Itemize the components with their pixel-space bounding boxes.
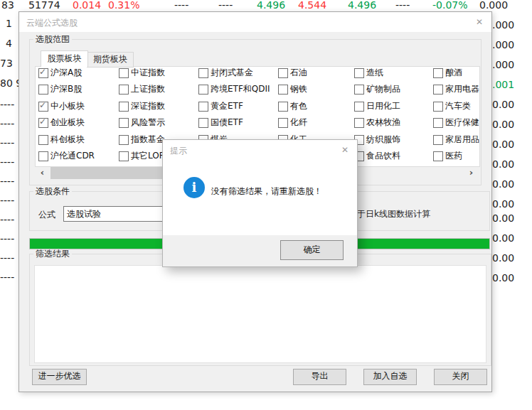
sector-checkbox[interactable]: 中小板块 (38, 101, 85, 112)
tab-futures-sectors[interactable]: 期货板块 (87, 52, 134, 68)
scroll-left-icon[interactable]: ‹ (36, 167, 48, 179)
sector-checkbox[interactable]: 汽车类 (433, 101, 471, 112)
screen: 83517740.0140.31%--------4.4964.5444.496… (0, 0, 532, 410)
sector-checkbox[interactable]: 家用电器 (433, 84, 479, 95)
checkbox-icon[interactable] (119, 68, 129, 78)
sector-checkbox-label: 纺织服饰 (366, 134, 400, 146)
sector-checkbox[interactable]: 沪深B股 (38, 84, 82, 95)
checkbox-icon[interactable] (198, 68, 208, 78)
checkbox-icon[interactable] (354, 118, 364, 128)
sector-checkbox[interactable]: 上证指数 (119, 84, 165, 95)
sector-checkbox[interactable]: 科创板块 (38, 134, 85, 145)
scroll-right-icon[interactable]: › (465, 167, 477, 179)
scope-group-label: 选股范围 (33, 35, 72, 44)
sector-checkbox-label: 中证指数 (131, 67, 165, 79)
modal-close-icon[interactable]: ✕ (339, 144, 351, 156)
sector-checkbox[interactable]: 医疗保健 (433, 117, 479, 128)
sector-checkbox[interactable]: 指数基金 (119, 134, 165, 145)
sector-checkbox[interactable]: 石油 (278, 68, 307, 78)
sector-checkbox[interactable]: 钢铁 (278, 84, 307, 95)
sector-checkbox[interactable]: 化纤 (278, 117, 307, 128)
sector-checkbox[interactable]: 酿酒 (433, 68, 462, 78)
sector-checkbox[interactable]: 沪深A股 (38, 68, 82, 78)
result-list[interactable] (34, 265, 486, 363)
checkbox-icon[interactable] (38, 151, 48, 161)
checkbox-icon[interactable] (119, 118, 129, 128)
checkbox-icon[interactable] (278, 85, 288, 95)
checkbox-icon[interactable] (354, 102, 364, 112)
sector-checkbox[interactable]: 创业板块 (38, 117, 85, 128)
modal-titlebar: 提示 ✕ (163, 140, 357, 160)
sector-checkbox[interactable]: 纺织服饰 (354, 134, 400, 145)
checkbox-icon[interactable] (198, 118, 208, 128)
checkbox-icon[interactable] (38, 85, 48, 95)
checkbox-icon[interactable] (198, 85, 208, 95)
checkbox-icon[interactable] (433, 68, 443, 78)
bg-table-cell: ---- (0, 195, 14, 205)
sector-checkbox[interactable]: 矿物制品 (354, 84, 400, 95)
sector-checkbox[interactable]: 中证指数 (119, 68, 165, 78)
sector-checkbox[interactable]: 跨境ETF和QDII (198, 84, 270, 95)
formula-label: 公式 (38, 209, 55, 221)
refine-button[interactable]: 进一步优选 (32, 369, 87, 385)
bg-table-cell: 0.00 (492, 233, 514, 243)
checkbox-icon[interactable] (354, 85, 364, 95)
sector-checkbox[interactable]: 食品饮料 (354, 151, 400, 161)
sector-checkbox[interactable]: 日用化工 (354, 101, 400, 112)
info-icon: i (183, 177, 205, 198)
export-button[interactable]: 导出 (293, 369, 346, 385)
checkbox-icon[interactable] (38, 135, 48, 145)
checkbox-icon[interactable] (433, 118, 443, 128)
checkbox-icon[interactable] (119, 135, 129, 145)
checkbox-icon[interactable] (433, 151, 443, 161)
checkbox-icon[interactable] (433, 135, 443, 145)
bg-table-cell: 1 (6, 18, 12, 28)
sector-checkbox[interactable]: 封闭式基金 (198, 68, 253, 78)
close-icon[interactable]: ✕ (473, 16, 486, 28)
sector-checkbox-label: 酿酒 (445, 67, 462, 79)
sector-checkbox-label: 家用电器 (445, 83, 479, 95)
bg-table-cell: 0.00 (492, 179, 514, 189)
sector-checkbox[interactable]: 造纸 (354, 68, 383, 78)
checkbox-icon[interactable] (119, 102, 129, 112)
checkbox-checked-icon[interactable] (38, 118, 48, 128)
close-button[interactable]: 关闭 (434, 369, 487, 385)
modal-message: 没有筛选结果，请重新选股！ (211, 185, 322, 198)
ok-button[interactable]: 确定 (280, 240, 344, 260)
sector-checkbox-label: 造纸 (366, 67, 383, 79)
checkbox-checked-icon[interactable] (38, 102, 48, 112)
checkbox-icon[interactable] (278, 118, 288, 128)
sector-checkbox-label: 医药 (445, 150, 462, 162)
add-watchlist-button[interactable]: 加入自选 (363, 369, 417, 385)
bg-table-cell: ---- (0, 234, 14, 244)
sector-checkbox[interactable]: 农林牧渔 (354, 117, 400, 128)
bg-table-cell: 73 (0, 58, 13, 68)
checkbox-icon[interactable] (354, 68, 364, 78)
sector-checkbox-label: 创业板块 (50, 117, 85, 129)
sector-checkbox[interactable]: 家居用品 (433, 134, 479, 145)
checkbox-icon[interactable] (278, 102, 288, 112)
tab-stock-sectors[interactable]: 股票板块 (41, 50, 88, 67)
checkbox-icon[interactable] (433, 102, 443, 112)
bg-table-cell: ---- (0, 176, 14, 186)
sector-checkbox[interactable]: 黄金ETF (198, 101, 243, 112)
sector-checkbox[interactable]: 医药 (433, 151, 462, 161)
sector-checkbox-label: 医疗保健 (445, 117, 479, 129)
sector-checkbox[interactable]: 沪伦通CDR (38, 151, 95, 161)
sector-checkbox[interactable]: 国债ETF (198, 117, 243, 128)
sector-checkbox-label: 上证指数 (131, 83, 165, 95)
checkbox-icon[interactable] (278, 68, 288, 78)
sector-checkbox[interactable]: 有色 (278, 101, 307, 112)
bg-table-cell: .000 (492, 20, 514, 30)
sector-checkbox[interactable]: 深证指数 (119, 101, 165, 112)
checkbox-icon[interactable] (433, 85, 443, 95)
checkbox-icon[interactable] (198, 102, 208, 112)
checkbox-checked-icon[interactable] (38, 68, 48, 78)
sector-checkbox-label: 跨境ETF和QDII (211, 83, 270, 95)
sector-checkbox[interactable]: 风险警示 (119, 117, 165, 128)
checkbox-icon[interactable] (119, 151, 129, 161)
bg-table-cell: ---- (395, 0, 410, 10)
checkbox-icon[interactable] (119, 85, 129, 95)
sector-checkbox-label: 黄金ETF (211, 100, 243, 112)
bg-table-cell: ---- (0, 99, 14, 109)
